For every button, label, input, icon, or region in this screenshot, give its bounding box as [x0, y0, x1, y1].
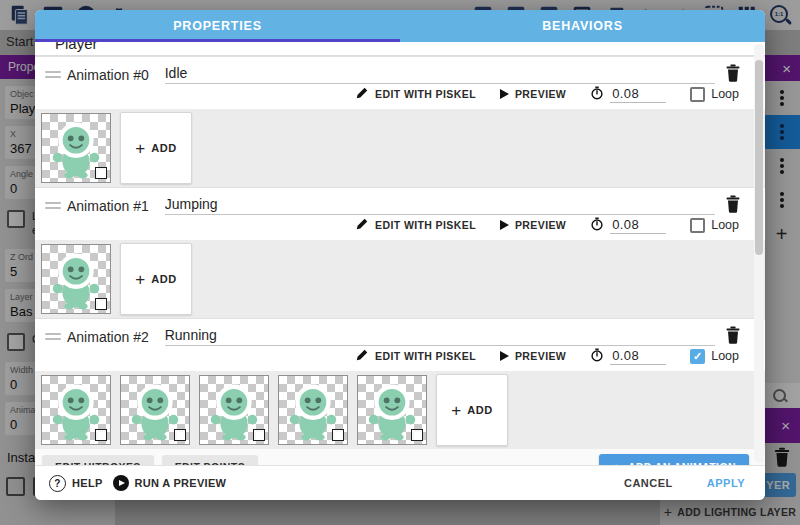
edit-with-piskel-button[interactable]: EDIT WITH PISKEL [355, 217, 476, 233]
pencil-icon [355, 348, 369, 364]
time-between-frames-field[interactable]: 0.08 [590, 217, 666, 234]
help-button[interactable]: ? HELP [49, 475, 103, 492]
plus-icon: + [451, 402, 461, 419]
play-icon [500, 351, 509, 361]
animation-frame-thumbnail[interactable] [357, 375, 427, 445]
delete-animation-icon[interactable] [725, 326, 741, 344]
stopwatch-icon [590, 217, 604, 233]
animation-header: Animation #1 [35, 187, 765, 214]
frame-select-checkbox[interactable] [253, 429, 265, 441]
preview-button[interactable]: PREVIEW [500, 219, 566, 231]
edit-points-button[interactable]: EDIT POINTS [162, 455, 258, 465]
add-frame-button[interactable]: + ADD [436, 374, 508, 446]
animations-list: Animation #0 EDIT WITH PISKEL PREVIEW [35, 56, 765, 449]
add-frame-button[interactable]: + ADD [120, 243, 192, 315]
apply-button[interactable]: APPLY [701, 476, 751, 490]
drag-handle-icon[interactable] [45, 333, 61, 340]
loop-label: Loop [711, 218, 739, 232]
animation-section: Animation #2 EDIT WITH PISKEL PREVIEW [35, 318, 765, 449]
frame-select-checkbox[interactable] [332, 429, 344, 441]
animation-frame-thumbnail[interactable] [278, 375, 348, 445]
animation-name-input[interactable] [165, 65, 715, 84]
cancel-button[interactable]: CANCEL [618, 476, 679, 490]
add-frame-label: ADD [151, 273, 176, 285]
animation-controls: EDIT WITH PISKEL PREVIEW 0.08 Loop [35, 214, 765, 236]
loop-toggle[interactable]: Loop [690, 218, 739, 233]
dialog-scrollbar[interactable] [754, 44, 764, 463]
animation-controls: EDIT WITH PISKEL PREVIEW 0.08 Loop [35, 345, 765, 367]
add-animation-button[interactable]: + ADD AN ANIMATION [599, 454, 749, 466]
animation-label: Animation #2 [67, 329, 149, 345]
tab-properties[interactable]: PROPERTIES [35, 10, 400, 42]
plus-icon: + [612, 460, 621, 466]
plus-icon: + [135, 271, 145, 288]
pencil-icon [355, 217, 369, 233]
loop-checkbox[interactable] [690, 87, 705, 102]
animation-frame-thumbnail[interactable] [199, 375, 269, 445]
plus-icon: + [135, 140, 145, 157]
animation-section: Animation #1 EDIT WITH PISKEL PREVIEW [35, 187, 765, 318]
delete-animation-icon[interactable] [725, 195, 741, 213]
animation-frame-thumbnail[interactable] [41, 375, 111, 445]
drag-handle-icon[interactable] [45, 71, 61, 78]
animation-frame-thumbnail[interactable] [120, 375, 190, 445]
preview-label: PREVIEW [515, 88, 566, 100]
loop-toggle[interactable]: Loop [690, 87, 739, 102]
edit-with-piskel-label: EDIT WITH PISKEL [375, 350, 476, 362]
tab-behaviors[interactable]: BEHAVIORS [400, 10, 765, 42]
edit-hitboxes-button[interactable]: EDIT HITBOXES [42, 455, 154, 465]
frame-select-checkbox[interactable] [95, 429, 107, 441]
preview-label: PREVIEW [515, 219, 566, 231]
edit-with-piskel-button[interactable]: EDIT WITH PISKEL [355, 348, 476, 364]
add-animation-label: ADD AN ANIMATION [628, 461, 736, 465]
dialog-tabbar: PROPERTIES BEHAVIORS [35, 10, 765, 42]
dialog-scroll-area: Player Animation #0 EDIT WITH PISKEL PRE… [35, 42, 765, 465]
preview-button[interactable]: PREVIEW [500, 350, 566, 362]
add-frame-label: ADD [151, 142, 176, 154]
animations-footer-row: EDIT HITBOXES EDIT POINTS + ADD AN ANIMA… [35, 449, 765, 465]
object-name-value: Player [55, 42, 98, 52]
pencil-icon [355, 86, 369, 102]
animation-controls: EDIT WITH PISKEL PREVIEW 0.08 Loop [35, 83, 765, 105]
object-name-field[interactable]: Player [35, 42, 765, 56]
animation-speed-value[interactable]: 0.08 [610, 86, 666, 103]
animation-name-input[interactable] [165, 327, 715, 346]
frame-select-checkbox[interactable] [95, 298, 107, 310]
loop-checkbox[interactable] [690, 349, 705, 364]
animation-header: Animation #2 [35, 318, 765, 345]
frames-row: + ADD [35, 240, 765, 318]
scrollbar-thumb[interactable] [755, 60, 763, 255]
drag-handle-icon[interactable] [45, 202, 61, 209]
animation-speed-value[interactable]: 0.08 [610, 217, 666, 234]
animation-frame-thumbnail[interactable] [41, 113, 111, 183]
animation-header: Animation #0 [35, 56, 765, 83]
delete-animation-icon[interactable] [725, 64, 741, 82]
play-circle-icon [113, 475, 129, 491]
animation-label: Animation #1 [67, 198, 149, 214]
frame-select-checkbox[interactable] [95, 167, 107, 179]
loop-checkbox[interactable] [690, 218, 705, 233]
stopwatch-icon [590, 86, 604, 102]
add-frame-button[interactable]: + ADD [120, 112, 192, 184]
time-between-frames-field[interactable]: 0.08 [590, 348, 666, 365]
animation-speed-value[interactable]: 0.08 [610, 348, 666, 365]
play-icon [500, 220, 509, 230]
object-editor-dialog: PROPERTIES BEHAVIORS Player Animation #0… [35, 10, 765, 500]
frame-select-checkbox[interactable] [174, 429, 186, 441]
help-label: HELP [72, 477, 103, 489]
time-between-frames-field[interactable]: 0.08 [590, 86, 666, 103]
play-icon [500, 89, 509, 99]
run-preview-button[interactable]: RUN A PREVIEW [113, 475, 227, 491]
loop-toggle[interactable]: Loop [690, 349, 739, 364]
animation-name-input[interactable] [165, 196, 715, 215]
animation-frame-thumbnail[interactable] [41, 244, 111, 314]
stopwatch-icon [590, 348, 604, 364]
add-frame-label: ADD [467, 404, 492, 416]
frame-select-checkbox[interactable] [411, 429, 423, 441]
preview-button[interactable]: PREVIEW [500, 88, 566, 100]
preview-label: PREVIEW [515, 350, 566, 362]
loop-label: Loop [711, 349, 739, 363]
dialog-bottom-bar: ? HELP RUN A PREVIEW CANCEL APPLY [35, 465, 765, 500]
edit-with-piskel-button[interactable]: EDIT WITH PISKEL [355, 86, 476, 102]
run-preview-label: RUN A PREVIEW [135, 477, 227, 489]
